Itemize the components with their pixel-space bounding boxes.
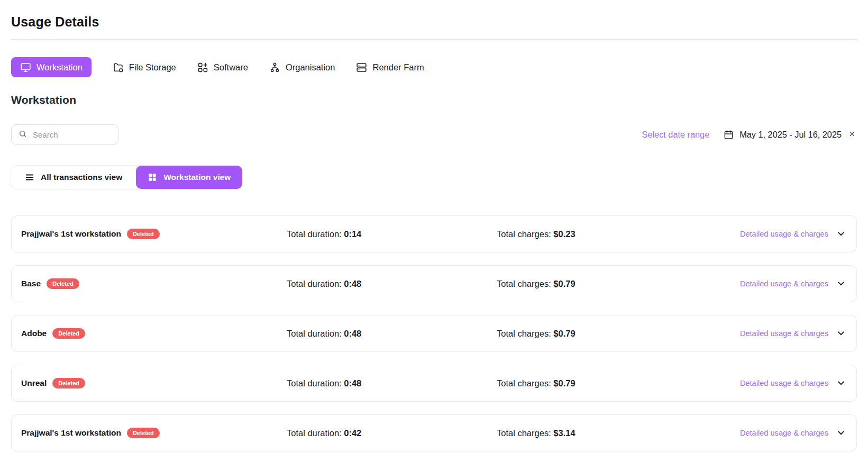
tab-organisation[interactable]: Organisation — [269, 57, 335, 77]
header-divider — [11, 39, 857, 40]
workstation-card-list: Prajjwal's 1st workstation Deleted Total… — [11, 215, 857, 451]
workstation-card: Prajjwal's 1st workstation Deleted Total… — [11, 414, 857, 451]
total-charges-label: Total charges: — [497, 428, 551, 438]
total-duration-label: Total duration: — [287, 329, 342, 338]
date-controls: Select date range May 1, 2025 - Jul 16, … — [642, 129, 857, 140]
total-charges: Total charges: $0.79 — [497, 378, 740, 388]
total-charges-label: Total charges: — [497, 329, 551, 338]
tab-file-storage[interactable]: File Storage — [113, 57, 176, 77]
total-duration: Total duration: 0:42 — [287, 428, 497, 438]
total-charges: Total charges: $3.14 — [497, 428, 740, 438]
folder-file-icon — [113, 62, 124, 73]
tab-workstation[interactable]: Workstation — [11, 57, 92, 77]
list-icon — [25, 173, 34, 182]
total-charges: Total charges: $0.23 — [497, 229, 740, 239]
total-charges: Total charges: $0.79 — [497, 329, 740, 339]
detailed-usage-button[interactable]: Detailed usage & charges — [740, 329, 846, 338]
chevron-down-icon — [836, 279, 846, 288]
total-duration: Total duration: 0:48 — [287, 378, 497, 388]
monitor-icon — [20, 62, 31, 73]
total-charges-value: $0.79 — [553, 378, 575, 388]
total-duration: Total duration: 0:48 — [287, 279, 497, 289]
select-date-range-link[interactable]: Select date range — [642, 130, 710, 140]
grid-icon — [148, 173, 157, 182]
workstation-name-cell: Prajjwal's 1st workstation Deleted — [21, 229, 287, 239]
workstation-view-label: Workstation view — [163, 173, 231, 182]
date-range-text: May 1, 2025 - Jul 16, 2025 — [739, 130, 842, 140]
detailed-usage-label: Detailed usage & charges — [740, 429, 828, 437]
total-charges-value: $0.79 — [553, 279, 575, 288]
workstation-name-cell: Prajjwal's 1st workstation Deleted — [21, 428, 287, 438]
total-duration-label: Total duration: — [287, 279, 342, 288]
total-duration-label: Total duration: — [287, 428, 342, 438]
tab-file-storage-label: File Storage — [129, 62, 176, 73]
total-duration-value: 0:48 — [344, 378, 361, 388]
workstation-name-cell: Adobe Deleted — [21, 328, 287, 339]
tab-render-farm-label: Render Farm — [372, 62, 424, 73]
all-transactions-view-label: All transactions view — [41, 173, 122, 182]
total-charges-label: Total charges: — [497, 229, 551, 239]
detailed-usage-label: Detailed usage & charges — [740, 279, 828, 288]
deleted-badge: Deleted — [47, 278, 79, 289]
close-icon — [848, 130, 856, 139]
category-tabs: Workstation File Storage Software Organi… — [11, 57, 857, 77]
tab-software-label: Software — [214, 62, 248, 73]
workstation-card: Prajjwal's 1st workstation Deleted Total… — [11, 215, 857, 252]
deleted-badge: Deleted — [52, 328, 85, 339]
chevron-down-icon — [836, 378, 846, 388]
workstation-name: Adobe — [21, 329, 47, 338]
usage-details-page: Usage Details Workstation File Storage S… — [0, 14, 868, 451]
total-duration-value: 0:42 — [344, 428, 361, 438]
workstation-name: Prajjwal's 1st workstation — [21, 428, 121, 438]
section-title: Workstation — [11, 94, 857, 106]
view-toggle: All transactions view Workstation view — [11, 166, 242, 189]
search-box — [11, 124, 118, 145]
tab-render-farm[interactable]: Render Farm — [356, 57, 424, 77]
calendar-icon — [724, 130, 734, 140]
workstation-card: Base Deleted Total duration: 0:48 Total … — [11, 265, 857, 302]
chevron-down-icon — [836, 229, 846, 239]
chevron-down-icon — [836, 428, 846, 438]
deleted-badge: Deleted — [127, 428, 160, 438]
detailed-usage-button[interactable]: Detailed usage & charges — [740, 428, 846, 438]
total-duration: Total duration: 0:14 — [287, 229, 497, 239]
tab-software[interactable]: Software — [197, 57, 248, 77]
total-duration-value: 0:48 — [344, 329, 361, 338]
tab-organisation-label: Organisation — [286, 62, 335, 73]
detailed-usage-label: Detailed usage & charges — [740, 379, 828, 387]
workstation-name: Prajjwal's 1st workstation — [21, 229, 121, 239]
date-range-chip: May 1, 2025 - Jul 16, 2025 — [724, 129, 857, 140]
org-chart-icon — [269, 62, 280, 73]
grid-plus-icon — [197, 62, 208, 73]
workstation-name: Unreal — [21, 378, 47, 388]
workstation-view-button[interactable]: Workstation view — [136, 166, 242, 189]
total-charges: Total charges: $0.79 — [497, 279, 740, 289]
detailed-usage-button[interactable]: Detailed usage & charges — [740, 229, 846, 239]
controls-row: Select date range May 1, 2025 - Jul 16, … — [11, 124, 857, 145]
total-duration: Total duration: 0:48 — [287, 329, 497, 339]
server-icon — [356, 62, 367, 73]
total-charges-label: Total charges: — [497, 378, 551, 388]
total-charges-label: Total charges: — [497, 279, 551, 288]
total-charges-value: $0.79 — [553, 329, 575, 338]
total-duration-value: 0:48 — [344, 279, 361, 288]
clear-date-button[interactable] — [847, 129, 857, 140]
detailed-usage-label: Detailed usage & charges — [740, 230, 828, 238]
workstation-name-cell: Base Deleted — [21, 278, 287, 289]
total-duration-label: Total duration: — [287, 229, 342, 239]
detailed-usage-button[interactable]: Detailed usage & charges — [740, 279, 846, 288]
search-input[interactable] — [33, 130, 111, 139]
deleted-badge: Deleted — [127, 229, 160, 239]
detailed-usage-label: Detailed usage & charges — [740, 329, 828, 338]
workstation-name-cell: Unreal Deleted — [21, 378, 287, 388]
total-duration-value: 0:14 — [344, 229, 361, 239]
detailed-usage-button[interactable]: Detailed usage & charges — [740, 378, 846, 388]
workstation-name: Base — [21, 279, 41, 288]
total-duration-label: Total duration: — [287, 378, 342, 388]
page-title: Usage Details — [11, 14, 857, 30]
workstation-card: Unreal Deleted Total duration: 0:48 Tota… — [11, 365, 857, 402]
total-charges-value: $3.14 — [553, 428, 575, 438]
tab-workstation-label: Workstation — [36, 62, 83, 73]
all-transactions-view-button[interactable]: All transactions view — [11, 166, 136, 189]
search-icon — [19, 130, 27, 140]
